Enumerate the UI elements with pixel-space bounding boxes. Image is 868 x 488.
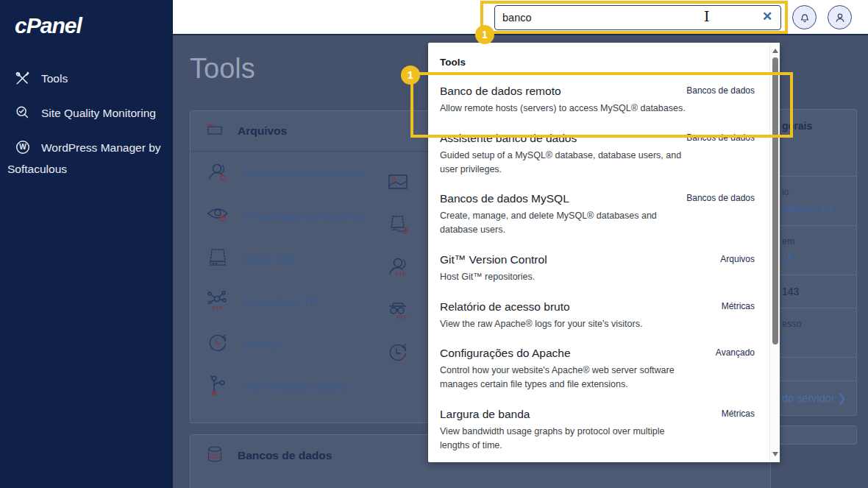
sidebar-item-tools[interactable]: Tools [7,68,166,89]
search-results-dropdown: Tools Banco de dados remoto Allow remote… [428,43,780,462]
category-badge: Avançado [716,347,755,358]
dropdown-scrollbar[interactable] [769,43,780,462]
tool-item-anonymous-ftp[interactable]: FTP [385,289,410,332]
search-result-banco-de-dados-remoto[interactable]: Banco de dados remoto Allow remote hosts… [428,77,780,124]
category-badge: Bancos de dados [686,132,755,143]
page-title: Tools [190,53,255,85]
svg-text:FTP: FTP [213,305,223,311]
search-result-largura-de-banda[interactable]: Largura de banda View bandwidth usage gr… [428,400,780,461]
ftp-accounts-icon: FTP [385,255,410,282]
wordpress-icon: W [15,139,31,155]
category-badge: Bancos de dados [686,193,755,203]
web-disk-icon [205,245,230,272]
topbar: I ✕ [173,0,868,35]
cpanel-logo[interactable]: cPanel [7,13,166,38]
sidebar-item-label: Site Quality Monitoring [41,107,156,119]
disk-usage-icon [385,212,410,239]
scroll-down-icon[interactable] [772,452,778,456]
search-result-assistente-banco-de-dados[interactable]: Assistente banco de dados Guided setup o… [428,124,780,185]
category-badge: Métricas [722,301,755,311]
ftp-connections-icon: FTP [205,288,230,315]
dropdown-section-header: Tools [428,43,780,77]
user-icon [833,11,847,24]
tool-item-backup-wizard[interactable] [385,332,410,375]
bell-icon [798,11,811,24]
text-cursor-icon: I [704,8,710,24]
images-icon [385,169,410,197]
cpanel-app: cPanel Tools Site Quality Monitoring W W… [0,0,868,488]
tool-item-images[interactable] [385,161,410,204]
category-badge: Métricas [722,409,755,419]
folder-icon [205,120,224,142]
sidebar-item-wordpress-manager[interactable]: W WordPress Manager by Softaculous [7,137,166,180]
clear-search-icon[interactable]: ✕ [759,9,775,25]
search-result-relatorio-de-acesso-bruto[interactable]: Relatório de acesso bruto View the raw A… [428,292,780,339]
tool-item-ftp-accounts[interactable]: FTP [385,247,410,289]
search-result-git-version-control[interactable]: Git™ Version Control Host Git™ repositor… [428,245,780,292]
scroll-up-icon[interactable] [772,49,778,53]
directory-privacy-icon [205,202,230,230]
search-result-configuracoes-do-apache[interactable]: Configurações do Apache Control how your… [428,339,780,400]
backup-icon [205,330,230,358]
database-icon [205,445,224,467]
file-manager-icon [205,160,230,187]
svg-text:W: W [19,143,26,151]
search-result-bancos-de-dados-mysql[interactable]: Bancos de dados MySQL Create, manage, an… [428,184,780,245]
arquivos-second-column: FTP FTP [385,161,410,375]
category-badge: Bancos de dados [686,85,755,96]
site-quality-icon [15,105,31,121]
notifications-button[interactable] [792,5,817,29]
tools-icon [15,70,31,86]
sidebar-item-site-quality[interactable]: Site Quality Monitoring [7,102,166,124]
git-icon [205,373,230,400]
svg-text:FTP: FTP [396,271,406,277]
backup-wizard-icon [385,340,410,367]
category-badge: Arquivos [720,254,755,264]
tool-item-disk-usage[interactable] [385,204,410,247]
svg-text:FTP: FTP [397,314,408,321]
scrollbar-thumb[interactable] [772,57,778,344]
search-input[interactable] [494,5,781,30]
anonymous-ftp-icon: FTP [385,297,410,325]
domain-link[interactable]: vadores.co [782,203,850,215]
sidebar-item-label: Tools [41,72,68,85]
user-account-button[interactable] [828,5,852,29]
sidebar: cPanel Tools Site Quality Monitoring W W… [0,0,173,488]
